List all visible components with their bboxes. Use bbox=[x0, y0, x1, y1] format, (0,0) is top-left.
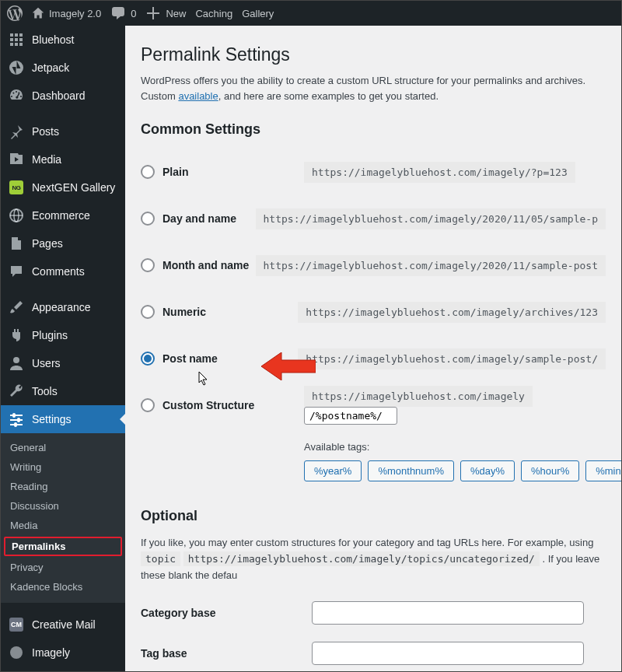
menu-media[interactable]: Media bbox=[1, 145, 125, 173]
site-title: Imagely 2.0 bbox=[49, 8, 101, 19]
sub-kadence[interactable]: Kadence Blocks bbox=[1, 577, 125, 597]
menu-label: Ecommerce bbox=[32, 209, 90, 222]
menu-users[interactable]: Users bbox=[1, 349, 125, 377]
media-icon bbox=[9, 152, 24, 167]
option-month-and-name[interactable]: Month and name https://imagelybluehost.c… bbox=[141, 242, 606, 289]
comment-icon bbox=[110, 5, 126, 21]
menu-settings[interactable]: Settings bbox=[1, 405, 125, 433]
radio-plain[interactable] bbox=[141, 165, 155, 179]
sub-reading[interactable]: Reading bbox=[1, 477, 125, 496]
option-plain[interactable]: Plain https://imagelybluehost.com/imagel… bbox=[141, 149, 606, 195]
available-tags: %year% %monthnum% %day% %hour% %minute% bbox=[304, 460, 606, 481]
wp-logo[interactable] bbox=[7, 5, 23, 21]
menu-bluehost[interactable]: Bluehost bbox=[1, 26, 125, 54]
svg-rect-1 bbox=[15, 33, 18, 37]
pin-icon bbox=[9, 124, 24, 139]
plug-icon bbox=[9, 327, 24, 343]
radio-day-name[interactable] bbox=[141, 212, 155, 226]
sub-discussion[interactable]: Discussion bbox=[1, 496, 125, 516]
menu-comments[interactable]: Comments bbox=[1, 257, 125, 285]
option-label: Month and name bbox=[162, 259, 249, 271]
option-day-and-name[interactable]: Day and name https://imagelybluehost.com… bbox=[141, 195, 606, 242]
menu-dashboard[interactable]: Dashboard bbox=[1, 82, 125, 110]
category-base-input[interactable] bbox=[312, 601, 584, 625]
menu-appearance[interactable]: Appearance bbox=[1, 293, 125, 321]
radio-custom[interactable] bbox=[141, 398, 155, 412]
nextgen-icon: NG bbox=[9, 180, 24, 195]
menu-jetpack[interactable]: Jetpack bbox=[1, 54, 125, 82]
option-label: Post name bbox=[162, 352, 218, 365]
content-area: Permalink Settings WordPress offers you … bbox=[125, 26, 621, 671]
menu-creative-mail[interactable]: CM Creative Mail bbox=[1, 611, 125, 639]
comment-icon bbox=[9, 264, 24, 279]
ab-caching[interactable]: Caching bbox=[195, 8, 232, 19]
wrench-icon bbox=[9, 383, 24, 399]
tag-day[interactable]: %day% bbox=[460, 460, 515, 481]
menu-label: Tools bbox=[32, 385, 58, 397]
radio-post-name[interactable] bbox=[141, 352, 155, 366]
sliders-icon bbox=[9, 411, 24, 427]
grid-icon bbox=[9, 32, 24, 47]
svg-rect-3 bbox=[10, 38, 13, 41]
option-post-name[interactable]: Post name https://imagelybluehost.com/im… bbox=[141, 335, 606, 382]
menu-tools[interactable]: Tools bbox=[1, 377, 125, 405]
globe-icon bbox=[9, 208, 24, 223]
menu-label: Imagely bbox=[32, 646, 70, 659]
sub-general[interactable]: General bbox=[1, 438, 125, 457]
page-icon bbox=[9, 236, 24, 251]
sub-writing[interactable]: Writing bbox=[1, 457, 125, 477]
option-url: https://imagelybluehost.com/imagely/2020… bbox=[256, 208, 606, 229]
available-tags-label: Available tags: bbox=[304, 441, 606, 453]
svg-rect-0 bbox=[10, 33, 13, 37]
sub-privacy[interactable]: Privacy bbox=[1, 558, 125, 577]
opt-text: If you like, you may enter custom struct… bbox=[141, 537, 593, 548]
jetpack-icon bbox=[9, 60, 24, 75]
sub-permalinks[interactable]: Permalinks bbox=[4, 537, 122, 556]
svg-rect-6 bbox=[10, 43, 13, 46]
comments-bubble[interactable]: 0 bbox=[110, 5, 136, 21]
sub-media[interactable]: Media bbox=[1, 516, 125, 535]
menu-label: Dashboard bbox=[32, 89, 86, 102]
ab-gallery[interactable]: Gallery bbox=[242, 8, 274, 19]
menu-nextgen[interactable]: NG NextGEN Gallery bbox=[1, 173, 125, 201]
tag-base-input[interactable] bbox=[312, 642, 584, 665]
admin-sidebar: Bluehost Jetpack Dashboard Posts Media N… bbox=[1, 26, 125, 671]
option-custom[interactable]: Custom Structure https://imagelybluehost… bbox=[141, 382, 606, 429]
menu-imagely[interactable]: Imagely bbox=[1, 639, 125, 667]
custom-structure-input[interactable] bbox=[304, 407, 397, 425]
user-icon bbox=[9, 355, 24, 371]
custom-base-url: https://imagelybluehost.com/imagely bbox=[304, 386, 533, 407]
wordpress-icon bbox=[7, 5, 23, 21]
radio-month-name[interactable] bbox=[141, 258, 155, 272]
svg-rect-7 bbox=[15, 43, 18, 46]
menu-plugins[interactable]: Plugins bbox=[1, 321, 125, 349]
option-label: Day and name bbox=[162, 212, 236, 225]
radio-numeric[interactable] bbox=[141, 305, 155, 319]
menu-ecommerce[interactable]: Ecommerce bbox=[1, 201, 125, 229]
tags-available-link[interactable]: available bbox=[178, 90, 218, 102]
gauge-icon bbox=[9, 88, 24, 103]
menu-label: Plugins bbox=[32, 329, 68, 341]
menu-label: Creative Mail bbox=[32, 618, 96, 631]
home-icon bbox=[32, 7, 44, 19]
opt-code: https://imagelybluehost.com/imagely/topi… bbox=[183, 551, 540, 566]
option-label: Custom Structure bbox=[162, 399, 254, 411]
tag-year[interactable]: %year% bbox=[304, 460, 362, 481]
cm-icon: CM bbox=[9, 617, 24, 632]
svg-point-14 bbox=[10, 646, 23, 659]
svg-rect-8 bbox=[19, 43, 23, 46]
option-url: https://imagelybluehost.com/imagely/2020… bbox=[256, 255, 606, 276]
option-url: https://imagelybluehost.com/imagely/?p=1… bbox=[304, 162, 575, 183]
tag-minute[interactable]: %minute% bbox=[585, 460, 621, 481]
option-numeric[interactable]: Numeric https://imagelybluehost.com/imag… bbox=[141, 289, 606, 335]
option-label: Plain bbox=[162, 166, 188, 178]
new-label: New bbox=[166, 8, 186, 19]
menu-pages[interactable]: Pages bbox=[1, 229, 125, 257]
menu-label: Bluehost bbox=[32, 33, 74, 46]
new-content[interactable]: New bbox=[145, 5, 186, 21]
site-home[interactable]: Imagely 2.0 bbox=[32, 7, 101, 19]
menu-label: Pages bbox=[32, 237, 63, 250]
menu-posts[interactable]: Posts bbox=[1, 117, 125, 145]
tag-hour[interactable]: %hour% bbox=[521, 460, 579, 481]
tag-monthnum[interactable]: %monthnum% bbox=[368, 460, 454, 481]
